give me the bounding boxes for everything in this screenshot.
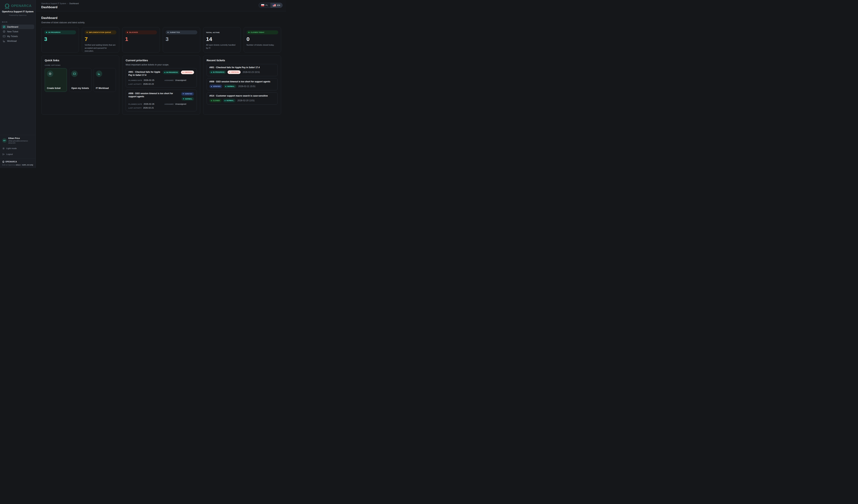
recent-ticket-card[interactable]: #014 · Customer support macro search is … (207, 92, 278, 104)
recent-ticket-title: #014 · Customer support macro search is … (209, 95, 275, 97)
stat-badge-label: IMPLEMENTATION QUEUE (89, 31, 111, 33)
stat-badge-label: IN PROGRESS (48, 31, 61, 33)
current-priorities-panel: Current priorities Most important active… (122, 55, 200, 115)
nav-section-label: MAIN (0, 21, 35, 23)
ticket-title: #001 · Checkout fails for Apple Pay in S… (128, 70, 161, 77)
planned-date-label: PLANNED DATE (128, 79, 142, 81)
stat-badge: SUBMITTED (166, 30, 197, 34)
quick-link-label: Create ticket (47, 87, 65, 90)
action-label: Logout (6, 153, 13, 155)
badge-label: NORMAL (227, 100, 234, 101)
breadcrumb-root[interactable]: OpenArca Support IT System (41, 2, 66, 4)
flag-pl-icon (261, 4, 264, 6)
stat-value: 3 (166, 36, 197, 42)
assignee-value: Unassigned (175, 79, 186, 81)
sidebar-actions: Light mode Logout (0, 145, 35, 156)
stat-label: TOTAL ACTIVE (206, 30, 238, 34)
content-heading: Dashboard (41, 16, 281, 20)
ticket-badges: VERIFIEDNORMAL (181, 92, 194, 101)
built-on-line: Built on OpenArca v0.2.1 · AGPL-3.0-only (2, 164, 33, 166)
language-code: EN (277, 4, 280, 6)
quick-link-open-my-tickets[interactable]: Open my tickets (69, 68, 91, 92)
priority-ticket-card[interactable]: #001 · Checkout fails for Apple Pay in S… (126, 68, 197, 87)
badge-label: NORMAL (227, 85, 235, 87)
brand-row: OPENARCA (2, 3, 34, 9)
badge-dot-icon (225, 86, 226, 87)
recent-ticket-list: #001 · Checkout fails for Apple Pay in S… (207, 64, 278, 104)
quick-links-panel: Quick links CORE OPTIONS Create ticket O… (41, 55, 119, 115)
breadcrumb-separator-icon: › (67, 2, 68, 4)
stat-badge: IMPLEMENTATION QUEUE (85, 30, 116, 34)
quick-link-create-ticket[interactable]: Create ticket (45, 68, 67, 92)
stat-card-closed-today: CLOSED TODAY0Number of tickets closed to… (244, 27, 281, 52)
sidebar: OPENARCA OpenArca Support IT System Powe… (0, 0, 36, 168)
content-subtitle: Overview of ticket statuses and latest a… (41, 21, 281, 24)
recent-ticket-timestamp: 2026-02-20 13:51 (238, 99, 255, 102)
stat-card-submitted: SUBMITTED3 (163, 27, 201, 52)
quick-link-tiles: Create ticket Open my tickets IT Workloa… (45, 68, 116, 92)
status-badge-normal: NORMAL (224, 84, 236, 88)
assignee-label: ASSIGNEE (164, 79, 174, 81)
stat-value: 1 (125, 36, 157, 42)
user-name: Ethan Price (9, 137, 33, 139)
recent-ticket-timestamp: 2026-02-21 15:51 (238, 85, 255, 88)
user-block[interactable]: EP Ethan Price ethan.price@ecommerce-arc… (0, 135, 35, 145)
assignee: ASSIGNEEUnassigned (164, 79, 194, 81)
dashboard-icon (3, 26, 5, 28)
priority-ticket-card[interactable]: #008 · SSO session timeout is too short … (126, 90, 197, 111)
sidebar-item-my-tickets[interactable]: My Tickets (1, 34, 34, 38)
recent-ticket-card[interactable]: #008 · SSO session timeout is too short … (207, 78, 278, 91)
panel-grid: Quick links CORE OPTIONS Create ticket O… (41, 55, 281, 115)
quick-link-it-workload[interactable]: IT Workload (94, 68, 116, 92)
recent-tickets-panel: Recent tickets #001 · Checkout fails for… (203, 55, 281, 115)
status-badge-normal: NORMAL (223, 99, 236, 102)
recent-ticket-row: CLOSEDNORMAL 2026-02-20 13:51 (209, 99, 275, 102)
recent-ticket-card[interactable]: #001 · Checkout fails for Apple Pay in S… (207, 64, 278, 76)
quick-link-label: Open my tickets (71, 87, 89, 90)
logout-icon (2, 153, 5, 156)
breadcrumb-current: Dashboard (69, 2, 79, 4)
last-activity-label: LAST ACTIVITY (128, 107, 142, 109)
topbar: OpenArca Support IT System › Dashboard D… (36, 0, 286, 11)
last-activity: LAST ACTIVITY2026-02-23 (128, 83, 164, 85)
brand-block: OPENARCA OpenArca Support IT System Powe… (0, 0, 35, 16)
avatar: EP (2, 138, 7, 143)
language-pl-button[interactable]: PL (259, 3, 270, 7)
status-badge-normal: NORMAL (181, 97, 194, 101)
logout-button[interactable]: Logout (0, 152, 35, 156)
badge-dot-icon (127, 32, 128, 33)
assignee-value: Unassigned (175, 103, 186, 105)
priority-ticket-list: #001 · Checkout fails for Apple Pay in S… (126, 68, 197, 111)
stat-badge-label: CLOSED TODAY (251, 31, 265, 33)
priorities-subtitle: Most important active tickets in your sc… (126, 63, 197, 66)
breadcrumb: OpenArca Support IT System › Dashboard (41, 2, 282, 4)
badge-dot-icon (211, 100, 212, 101)
ticket-icon (3, 35, 5, 38)
stat-value: 7 (85, 36, 116, 42)
recent-ticket-row: IN PROGRESSCRITICAL 2026-02-23 15:51 (209, 70, 275, 74)
planned-date: PLANNED DATE2026-02-25 (128, 79, 164, 81)
sidebar-item-new-ticket[interactable]: New Ticket (1, 29, 34, 34)
stat-card-blocked: BLOCKED1 (122, 27, 160, 52)
ticket-meta: PLANNED DATE2026-02-25 ASSIGNEEUnassigne… (128, 79, 194, 85)
sidebar-item-dashboard[interactable]: Dashboard (1, 25, 34, 29)
status-badge-verified: VERIFIED (181, 92, 194, 96)
status-badge-verified: VERIFIED (209, 84, 222, 88)
powered-by-label: Powered by OpenArca (2, 14, 34, 16)
plus-circle-icon (47, 70, 53, 77)
recent-ticket-title: #001 · Checkout fails for Apple Pay in S… (209, 66, 275, 69)
planned-date: PLANNED DATE2026-02-26 (128, 103, 164, 105)
user-info: Ethan Price ethan.price@ecommerce-arca.c… (9, 137, 33, 144)
language-en-button[interactable]: EN (270, 3, 282, 7)
badge-label: VERIFIED (185, 93, 192, 95)
stat-card-grid: IN PROGRESS3IMPLEMENTATION QUEUE7Verifie… (41, 27, 281, 52)
stat-badge: CLOSED TODAY (247, 30, 279, 34)
language-switch: PL EN (259, 3, 283, 8)
action-label: Light mode (6, 147, 17, 149)
light-mode-button[interactable]: Light mode (0, 146, 35, 150)
sidebar-item-workload[interactable]: Workload (1, 39, 34, 43)
ticket-head: #008 · SSO session timeout is too short … (128, 92, 194, 101)
badge-label: IN PROGRESS (213, 71, 224, 73)
badge-dot-icon (183, 98, 184, 99)
badge-dot-icon (86, 32, 88, 33)
